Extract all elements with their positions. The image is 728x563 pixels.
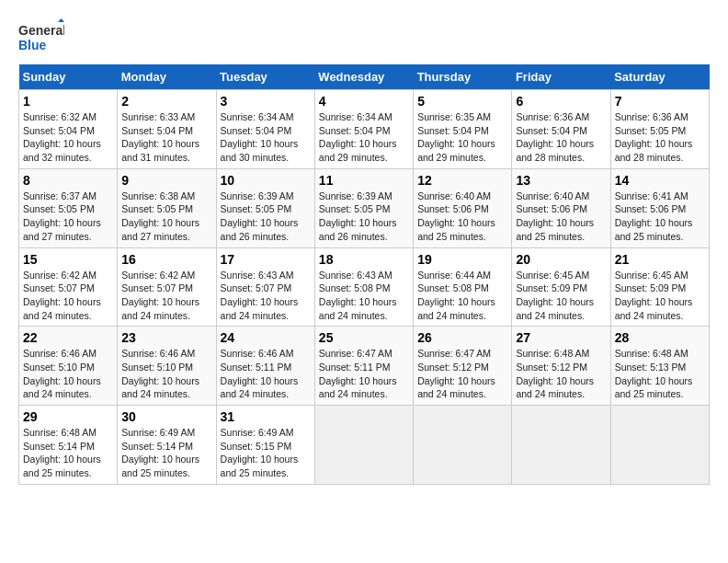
day-number: 22	[23, 330, 113, 345]
calendar-week-row: 29Sunrise: 6:48 AM Sunset: 5:14 PM Dayli…	[19, 406, 710, 485]
calendar-cell: 10Sunrise: 6:39 AM Sunset: 5:05 PM Dayli…	[216, 168, 314, 247]
day-number: 16	[121, 252, 211, 267]
day-info: Sunrise: 6:49 AM Sunset: 5:14 PM Dayligh…	[121, 426, 211, 480]
svg-marker-2	[58, 18, 64, 22]
day-number: 19	[417, 252, 507, 267]
calendar-cell: 12Sunrise: 6:40 AM Sunset: 5:06 PM Dayli…	[414, 168, 512, 247]
day-number: 15	[23, 252, 113, 267]
svg-text:General: General	[18, 23, 64, 38]
calendar-cell: 28Sunrise: 6:48 AM Sunset: 5:13 PM Dayli…	[610, 327, 709, 406]
day-number: 4	[319, 94, 409, 109]
calendar-cell: 15Sunrise: 6:42 AM Sunset: 5:07 PM Dayli…	[19, 247, 118, 327]
day-info: Sunrise: 6:36 AM Sunset: 5:05 PM Dayligh…	[615, 110, 705, 165]
calendar-week-row: 8Sunrise: 6:37 AM Sunset: 5:05 PM Daylig…	[19, 168, 710, 247]
day-info: Sunrise: 6:37 AM Sunset: 5:05 PM Dayligh…	[23, 190, 113, 244]
calendar-cell: 19Sunrise: 6:44 AM Sunset: 5:08 PM Dayli…	[414, 247, 512, 327]
day-number: 8	[23, 173, 113, 188]
calendar-cell: 22Sunrise: 6:46 AM Sunset: 5:10 PM Dayli…	[19, 327, 118, 406]
calendar-cell: 8Sunrise: 6:37 AM Sunset: 5:05 PM Daylig…	[19, 168, 118, 247]
day-number: 29	[23, 409, 113, 424]
logo: General Blue	[18, 18, 64, 55]
day-number: 13	[516, 173, 606, 188]
day-info: Sunrise: 6:49 AM Sunset: 5:15 PM Dayligh…	[221, 426, 311, 480]
day-number: 9	[121, 173, 211, 188]
day-number: 30	[121, 409, 211, 424]
day-number: 12	[417, 173, 507, 188]
calendar-cell: 26Sunrise: 6:47 AM Sunset: 5:12 PM Dayli…	[414, 327, 512, 406]
calendar-cell	[314, 406, 413, 485]
day-info: Sunrise: 6:42 AM Sunset: 5:07 PM Dayligh…	[23, 269, 113, 323]
day-number: 10	[221, 173, 311, 188]
calendar-cell: 9Sunrise: 6:38 AM Sunset: 5:05 PM Daylig…	[118, 168, 216, 247]
calendar-cell: 18Sunrise: 6:43 AM Sunset: 5:08 PM Dayli…	[314, 247, 413, 327]
day-info: Sunrise: 6:36 AM Sunset: 5:04 PM Dayligh…	[516, 110, 606, 165]
day-info: Sunrise: 6:46 AM Sunset: 5:10 PM Dayligh…	[121, 347, 211, 401]
calendar-cell: 5Sunrise: 6:35 AM Sunset: 5:04 PM Daylig…	[414, 90, 512, 169]
header: General Blue	[18, 18, 710, 55]
calendar-week-row: 15Sunrise: 6:42 AM Sunset: 5:07 PM Dayli…	[19, 247, 710, 327]
calendar-day-header: Tuesday	[216, 64, 314, 90]
calendar-cell: 25Sunrise: 6:47 AM Sunset: 5:11 PM Dayli…	[314, 327, 413, 406]
day-number: 24	[221, 330, 311, 345]
day-number: 26	[417, 330, 507, 345]
calendar-day-header: Saturday	[610, 64, 709, 90]
day-info: Sunrise: 6:43 AM Sunset: 5:07 PM Dayligh…	[221, 269, 311, 323]
calendar-cell: 13Sunrise: 6:40 AM Sunset: 5:06 PM Dayli…	[512, 168, 610, 247]
calendar-cell: 4Sunrise: 6:34 AM Sunset: 5:04 PM Daylig…	[314, 90, 413, 169]
calendar-cell	[610, 406, 709, 485]
day-number: 5	[417, 94, 507, 109]
calendar-cell: 16Sunrise: 6:42 AM Sunset: 5:07 PM Dayli…	[118, 247, 216, 327]
calendar-body: 1Sunrise: 6:32 AM Sunset: 5:04 PM Daylig…	[19, 90, 710, 485]
calendar-day-header: Thursday	[414, 64, 512, 90]
day-number: 7	[615, 94, 705, 109]
day-info: Sunrise: 6:40 AM Sunset: 5:06 PM Dayligh…	[516, 190, 606, 244]
calendar-cell: 7Sunrise: 6:36 AM Sunset: 5:05 PM Daylig…	[610, 90, 709, 169]
calendar-cell: 17Sunrise: 6:43 AM Sunset: 5:07 PM Dayli…	[216, 247, 314, 327]
day-info: Sunrise: 6:45 AM Sunset: 5:09 PM Dayligh…	[615, 269, 705, 323]
calendar-cell	[512, 406, 610, 485]
day-number: 27	[516, 330, 606, 345]
day-info: Sunrise: 6:42 AM Sunset: 5:07 PM Dayligh…	[121, 269, 211, 323]
calendar-cell: 6Sunrise: 6:36 AM Sunset: 5:04 PM Daylig…	[512, 90, 610, 169]
calendar-week-row: 1Sunrise: 6:32 AM Sunset: 5:04 PM Daylig…	[19, 90, 710, 169]
day-info: Sunrise: 6:45 AM Sunset: 5:09 PM Dayligh…	[516, 269, 606, 323]
day-info: Sunrise: 6:32 AM Sunset: 5:04 PM Dayligh…	[23, 110, 113, 165]
day-number: 21	[615, 252, 705, 267]
day-info: Sunrise: 6:47 AM Sunset: 5:11 PM Dayligh…	[319, 347, 409, 401]
calendar-day-header: Friday	[512, 64, 610, 90]
day-number: 6	[516, 94, 606, 109]
day-number: 28	[615, 330, 705, 345]
day-number: 2	[121, 94, 211, 109]
calendar-cell: 23Sunrise: 6:46 AM Sunset: 5:10 PM Dayli…	[118, 327, 216, 406]
calendar-day-header: Monday	[118, 64, 216, 90]
calendar-cell: 11Sunrise: 6:39 AM Sunset: 5:05 PM Dayli…	[314, 168, 413, 247]
day-info: Sunrise: 6:41 AM Sunset: 5:06 PM Dayligh…	[615, 190, 705, 244]
calendar-cell: 14Sunrise: 6:41 AM Sunset: 5:06 PM Dayli…	[610, 168, 709, 247]
day-info: Sunrise: 6:48 AM Sunset: 5:13 PM Dayligh…	[615, 347, 705, 401]
calendar-week-row: 22Sunrise: 6:46 AM Sunset: 5:10 PM Dayli…	[19, 327, 710, 406]
calendar-cell	[414, 406, 512, 485]
logo-svg: General Blue	[18, 18, 64, 55]
day-info: Sunrise: 6:40 AM Sunset: 5:06 PM Dayligh…	[417, 190, 507, 244]
day-number: 11	[319, 173, 409, 188]
calendar-cell: 30Sunrise: 6:49 AM Sunset: 5:14 PM Dayli…	[118, 406, 216, 485]
calendar-day-header: Wednesday	[314, 64, 413, 90]
calendar-cell: 31Sunrise: 6:49 AM Sunset: 5:15 PM Dayli…	[216, 406, 314, 485]
calendar-day-header: Sunday	[19, 64, 118, 90]
calendar-cell: 3Sunrise: 6:34 AM Sunset: 5:04 PM Daylig…	[216, 90, 314, 169]
day-number: 1	[23, 94, 113, 109]
calendar-cell: 24Sunrise: 6:46 AM Sunset: 5:11 PM Dayli…	[216, 327, 314, 406]
calendar-cell: 27Sunrise: 6:48 AM Sunset: 5:12 PM Dayli…	[512, 327, 610, 406]
day-number: 31	[221, 409, 311, 424]
day-info: Sunrise: 6:46 AM Sunset: 5:11 PM Dayligh…	[221, 347, 311, 401]
calendar-cell: 29Sunrise: 6:48 AM Sunset: 5:14 PM Dayli…	[19, 406, 118, 485]
day-info: Sunrise: 6:38 AM Sunset: 5:05 PM Dayligh…	[121, 190, 211, 244]
day-number: 23	[121, 330, 211, 345]
svg-text:Blue: Blue	[18, 38, 47, 52]
day-info: Sunrise: 6:48 AM Sunset: 5:14 PM Dayligh…	[23, 426, 113, 480]
calendar-cell: 1Sunrise: 6:32 AM Sunset: 5:04 PM Daylig…	[19, 90, 118, 169]
day-number: 25	[319, 330, 409, 345]
day-info: Sunrise: 6:47 AM Sunset: 5:12 PM Dayligh…	[417, 347, 507, 401]
calendar-cell: 20Sunrise: 6:45 AM Sunset: 5:09 PM Dayli…	[512, 247, 610, 327]
day-number: 17	[221, 252, 311, 267]
